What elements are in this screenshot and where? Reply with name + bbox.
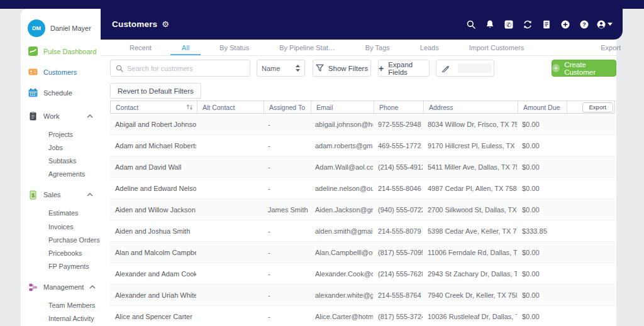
- cell-assigned-to: -: [263, 163, 310, 171]
- table-row[interactable]: Adam and David Wall - Adam.Wall@aol.com …: [110, 156, 615, 178]
- table-row[interactable]: Abigail and Robert Johnson - abigail.joh…: [110, 114, 615, 135]
- cell-email: Aiden.Jackson@gmail…: [310, 206, 373, 214]
- sidebar-subitem[interactable]: Purchase Orders: [48, 233, 101, 246]
- cell-assigned-to: -: [263, 121, 310, 128]
- main-content: Recent All By Status By Pipeline Stat… B…: [101, 40, 616, 326]
- sidebar-subitem[interactable]: Invoices: [48, 220, 101, 233]
- plus-circle-icon: +: [552, 64, 560, 72]
- table-row[interactable]: Alice and Spencer Carter - Alice.Carter@…: [110, 306, 615, 326]
- table-row[interactable]: Adam and Michael Roberts - adam.roberts@…: [110, 135, 615, 156]
- tab-export[interactable]: Export: [601, 40, 621, 55]
- create-customer-button[interactable]: + Create Customer: [552, 60, 616, 77]
- sidebar-group-management[interactable]: Management: [21, 277, 101, 298]
- cell-amount-due: $0.00: [517, 185, 566, 192]
- cell-contact[interactable]: Alice and Spencer Carter: [110, 313, 196, 320]
- cell-contact[interactable]: Abigail and Robert Johnson: [110, 121, 196, 128]
- col-header-assigned-to[interactable]: Assigned To: [264, 101, 311, 113]
- sidebar-subitem[interactable]: Subtasks: [48, 154, 101, 167]
- sidebar-group-work[interactable]: Work: [21, 106, 101, 126]
- col-header-phone[interactable]: Phone: [374, 101, 423, 113]
- col-header-amount-due[interactable]: Amount Due: [518, 101, 567, 113]
- tab-import-customers[interactable]: Import Customers: [469, 40, 524, 55]
- sidebar-item-pulse-dashboard[interactable]: Pulse Dashboard: [21, 41, 101, 62]
- cell-amount-due: $0.00: [517, 206, 566, 214]
- expand-fields-button[interactable]: + Expand Fields: [378, 60, 430, 77]
- sidebar-subitem[interactable]: Estimates: [48, 207, 101, 220]
- cell-contact[interactable]: Aiden and Willow Jackson: [110, 206, 196, 214]
- col-header-contact[interactable]: Contact: [111, 101, 197, 113]
- sidebar-subitem[interactable]: Jobs: [48, 141, 101, 154]
- cell-contact[interactable]: Alan and Malcolm Campbelll: [110, 249, 196, 256]
- stepper-icon: [296, 65, 300, 72]
- header-icon-group: ✆ ?: [464, 18, 613, 31]
- cell-contact[interactable]: Adeline and Edward Nelson: [110, 185, 196, 192]
- cell-phone: (817) 555-3724: [373, 313, 423, 320]
- bulk-edit-button[interactable]: [436, 60, 494, 77]
- sidebar-subitem[interactable]: Pricebooks: [48, 246, 101, 259]
- cell-contact[interactable]: Aiden and Joshua Smith: [110, 227, 196, 235]
- show-filters-button[interactable]: Show Filters: [313, 60, 371, 77]
- sidebar-subitem[interactable]: Internal Activity: [48, 312, 101, 325]
- cell-amount-due: $0.00: [517, 270, 566, 278]
- col-header-export: Export: [567, 101, 616, 113]
- cell-contact[interactable]: Adam and Michael Roberts: [110, 142, 196, 149]
- col-header-email[interactable]: Email: [311, 101, 374, 113]
- sidebar-item-customers[interactable]: Customers: [21, 62, 101, 82]
- add-icon[interactable]: [558, 18, 572, 31]
- cell-assigned-to: -: [263, 185, 310, 192]
- revert-default-filters-button[interactable]: Revert to Default Filters: [110, 83, 201, 99]
- table-export-button[interactable]: Export: [582, 102, 613, 112]
- sidebar-subitem[interactable]: Projects: [48, 128, 101, 141]
- tab-leads[interactable]: Leads: [420, 40, 439, 55]
- cell-contact[interactable]: Alexander and Adam Cook: [110, 270, 196, 278]
- sidebar-subitem[interactable]: FP Payments: [48, 260, 101, 273]
- cell-assigned-to: -: [263, 142, 310, 149]
- table-row[interactable]: Adeline and Edward Nelson - adeline.nels…: [110, 178, 615, 199]
- col-header-address[interactable]: Address: [423, 101, 518, 113]
- cell-address: 10036 Rustleleaf Dr, Dallas, TX 75238: [423, 313, 517, 320]
- cell-address: 4987 Cedar Pl, Allen, TX 75892: [423, 185, 517, 192]
- sidebar-group-sales[interactable]: $ Sales: [21, 185, 101, 205]
- customer-search-box[interactable]: [110, 60, 250, 77]
- search-icon: [116, 65, 123, 72]
- sidebar: DM Daniel Mayer Pulse Dashboard Customer…: [21, 9, 101, 326]
- search-icon[interactable]: [464, 18, 477, 31]
- table-row[interactable]: Aiden and Joshua Smith - aiden.smith@gma…: [110, 220, 615, 242]
- user-menu[interactable]: DM Daniel Mayer: [21, 9, 101, 41]
- table-row[interactable]: Alan and Malcolm Campbelll - Alan.Campbe…: [110, 242, 615, 263]
- cell-amount-due: $0.00: [517, 313, 566, 320]
- table-row[interactable]: Alexander and Adam Cook - Alexander.Cook…: [110, 263, 615, 285]
- cell-phone: 469-555-1772: [373, 142, 423, 149]
- help-icon[interactable]: ?: [577, 18, 591, 31]
- cell-contact[interactable]: Adam and David Wall: [110, 163, 196, 171]
- search-input[interactable]: [127, 65, 245, 72]
- work-sublist: ProjectsJobsSubtasksAgreements: [21, 126, 101, 185]
- customers-table: Contact Alt Contact Assigned To Email Ph…: [110, 101, 615, 326]
- settings-gear-icon[interactable]: ⚙: [162, 19, 169, 29]
- cell-contact[interactable]: Alexander and Uriah White: [110, 291, 196, 299]
- tab-all[interactable]: All: [182, 40, 189, 55]
- sidebar-subitem[interactable]: Agreements: [48, 168, 101, 181]
- cell-phone: 972-555-2948: [373, 121, 423, 128]
- col-header-alt-contact[interactable]: Alt Contact: [197, 101, 264, 113]
- sort-icon[interactable]: [186, 104, 193, 111]
- tab-recent[interactable]: Recent: [130, 40, 152, 55]
- disabled-label-placeholder: [458, 63, 492, 73]
- account-caret-icon: [608, 23, 613, 26]
- tab-by-tags[interactable]: By Tags: [365, 40, 390, 55]
- sort-by-select[interactable]: Name: [257, 60, 305, 77]
- bell-icon[interactable]: [483, 18, 496, 31]
- cell-phone: 214-555-8046: [373, 185, 423, 192]
- table-header-row: Contact Alt Contact Assigned To Email Ph…: [110, 101, 615, 114]
- account-icon[interactable]: [596, 18, 613, 31]
- phone-icon[interactable]: ✆: [502, 18, 515, 31]
- tab-by-pipeline-stage[interactable]: By Pipeline Stat…: [279, 40, 335, 55]
- sidebar-item-schedule[interactable]: Schedule: [21, 82, 101, 103]
- cell-email: Alexander.Cook@outlo…: [310, 270, 373, 278]
- file-icon[interactable]: [540, 18, 553, 31]
- table-row[interactable]: Aiden and Willow Jackson James Smith Aid…: [110, 199, 615, 220]
- sidebar-subitem[interactable]: Team Members: [48, 299, 101, 312]
- table-row[interactable]: Alexander and Uriah White - alexander.wh…: [110, 285, 615, 306]
- tab-by-status[interactable]: By Status: [219, 40, 249, 55]
- sync-icon[interactable]: [521, 18, 534, 31]
